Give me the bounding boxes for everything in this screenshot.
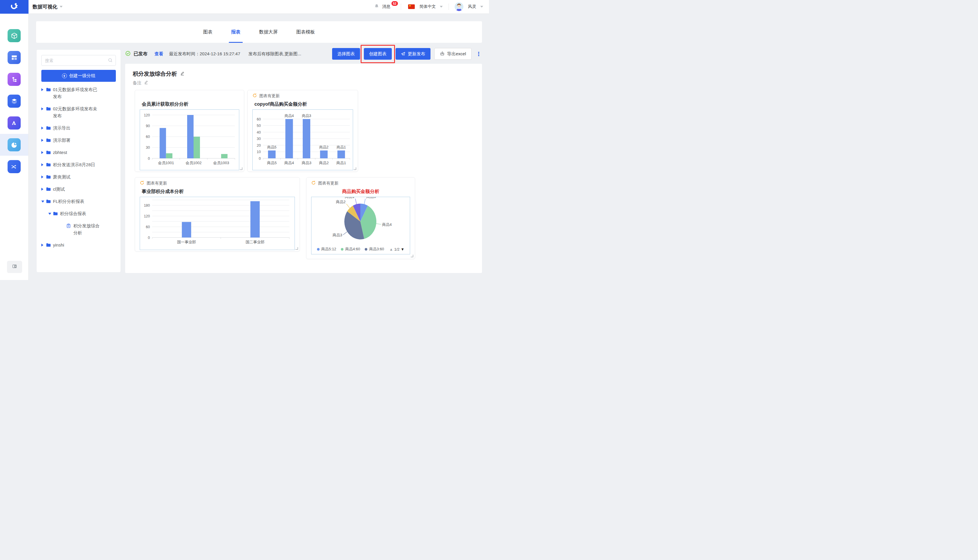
tree-item-积分发送演示8月28日[interactable]: 积分发送演示8月28日 [41, 158, 116, 171]
legend-item[interactable]: 商品5:12 [317, 247, 336, 252]
tree-item-label: 01元数据多环境发布已发布 [53, 86, 97, 100]
page-title: 数据可视化 [33, 3, 57, 10]
caret-down-icon[interactable] [41, 198, 46, 203]
svg-text:30: 30 [257, 137, 261, 141]
tree-item-演示部署[interactable]: 演示部署 [41, 134, 116, 147]
language-selector[interactable]: 简体中文 [420, 4, 436, 9]
legend-item[interactable]: 商品3:60 [365, 247, 384, 252]
caret-right-icon[interactable] [41, 242, 46, 247]
tab-图表模板[interactable]: 图表模板 [296, 21, 315, 43]
svg-text:60: 60 [146, 225, 150, 229]
create-group-button[interactable]: 创建一级分组 [41, 70, 116, 82]
tree-item-萧炎测试[interactable]: 萧炎测试 [41, 171, 116, 183]
chart-card-member-points[interactable]: 会员累计获取积分分析 0306090120会员1001会员1002会员1003 [135, 90, 244, 172]
note-label: 备注 [133, 80, 142, 86]
update-publish-button[interactable]: 更新发布 [396, 48, 430, 60]
resize-handle[interactable] [354, 167, 356, 170]
tab-图表[interactable]: 图表 [203, 21, 212, 43]
bar-chart-copyof-purchase[interactable]: 0102030405060商品5商品4商品3商品2商品1商品5商品4商品3商品2… [252, 110, 353, 170]
annotation-red-box: 创建图表 [364, 48, 392, 60]
divider [401, 3, 401, 10]
resize-handle[interactable] [411, 255, 413, 257]
chevron-down-icon[interactable] [440, 6, 443, 8]
caret-right-icon[interactable] [41, 86, 46, 91]
gauge-logo-icon [10, 2, 18, 12]
caret-right-icon[interactable] [41, 125, 46, 130]
svg-text:商品4: 商品4 [284, 161, 294, 165]
divider [448, 3, 449, 10]
resize-handle[interactable] [240, 167, 242, 170]
select-chart-button[interactable]: 选择图表 [332, 48, 360, 60]
svg-text:商品5: 商品5 [267, 145, 277, 149]
tree-item-label: 演示导出 [53, 125, 70, 132]
tree-item-积分综合报表[interactable]: 积分综合报表 [41, 208, 116, 220]
edit-note-pencil-icon[interactable] [144, 80, 148, 86]
avatar[interactable] [455, 2, 463, 11]
tree-item-label: FL积分分析报表 [53, 198, 84, 205]
app-rail-item-flow-app-icon[interactable] [0, 68, 28, 90]
caret-right-icon[interactable] [41, 173, 46, 178]
app-rail-item-shuffle-app-icon[interactable] [0, 156, 28, 178]
bar-chart-division-cost[interactable]: 060120180国一事业部国二事业部 [140, 197, 295, 250]
legend-page-up-icon[interactable]: ▲ [390, 247, 393, 252]
svg-text:商品4: 商品4 [284, 114, 294, 118]
app-rail-item-ai-app-icon[interactable] [0, 112, 28, 134]
legend-page-down-icon[interactable]: ▼ [401, 247, 405, 252]
tab-报表[interactable]: 报表 [231, 21, 240, 43]
chevron-down-icon[interactable] [60, 6, 63, 8]
username[interactable]: 风灵 [468, 4, 476, 9]
create-chart-button[interactable]: 创建图表 [364, 48, 392, 60]
app-rail-item-dashboard-app-icon[interactable] [0, 47, 28, 68]
tree-item-02元数据多环境发布未发布[interactable]: 02元数据多环境发布未发布 [41, 103, 116, 122]
chart-card-copyof-purchase[interactable]: 图表有更新 copyof商品购买金额分析 0102030405060商品5商品4… [247, 90, 358, 172]
tree-item-label: 演示部署 [53, 137, 70, 144]
chart-card-purchase-pie[interactable]: 图表有更新 商品购买金额分析 商品5:12 商品4:60 商品3:60 ▲ 1/… [306, 177, 415, 259]
folder-icon [46, 198, 53, 205]
app-logo[interactable] [0, 0, 28, 14]
publish-note: 发布后有移除图表,更新图... [248, 51, 301, 57]
legend-item[interactable]: 商品4:60 [341, 247, 360, 252]
tree-item-演示导出[interactable]: 演示导出 [41, 122, 116, 134]
more-actions-button[interactable]: ⋮ [475, 51, 482, 57]
messages-link[interactable]: 消息 [382, 4, 390, 9]
cube-app-icon [8, 29, 21, 42]
tree-item-yinshi[interactable]: yinshi [41, 239, 116, 251]
export-excel-label: 导出excel [447, 51, 466, 57]
china-flag-icon: ★ [408, 4, 415, 9]
resize-handle[interactable] [295, 247, 298, 250]
app-rail-item-pie-app-icon[interactable] [0, 134, 28, 156]
folder-icon [46, 242, 53, 248]
caret-down-icon[interactable] [48, 210, 53, 215]
caret-right-icon[interactable] [41, 149, 46, 154]
caret-right-icon[interactable] [41, 137, 46, 142]
collapse-sidebar-button[interactable] [7, 261, 22, 273]
svg-text:0: 0 [148, 157, 150, 161]
tree-item-cl测试[interactable]: cl测试 [41, 183, 116, 195]
dashboard-app-icon [8, 51, 21, 64]
svg-text:90: 90 [146, 124, 150, 128]
pie-chart-purchase[interactable]: 商品5:12 商品4:60 商品3:60 ▲ 1/2 ▼ 商品5商品4商品3商品… [311, 197, 410, 254]
caret-right-icon[interactable] [41, 186, 46, 191]
notification-bell-icon[interactable] [374, 3, 379, 10]
app-rail-item-cube-app-icon[interactable] [0, 25, 28, 47]
view-link[interactable]: 查看 [155, 51, 163, 57]
tree-item-01元数据多环境发布已发布[interactable]: 01元数据多环境发布已发布 [41, 83, 116, 103]
app-rail-item-layers-app-icon[interactable] [0, 90, 28, 112]
report-title: 积分发放综合分析 [133, 70, 177, 78]
published-status: 已发布 [133, 51, 148, 57]
tree-item-zbhtest[interactable]: zbhtest [41, 147, 116, 158]
export-excel-button[interactable]: 导出excel [434, 48, 472, 60]
chart-card-division-cost[interactable]: 图表有更新 事业部积分成本分析 060120180国一事业部国二事业部 [135, 177, 300, 252]
tab-数据大屏[interactable]: 数据大屏 [259, 21, 278, 43]
bar-chart-member-points[interactable]: 0306090120会员1001会员1002会员1003 [140, 110, 239, 170]
svg-text:180: 180 [144, 203, 150, 208]
svg-text:商品4: 商品4 [382, 222, 392, 227]
search-input[interactable] [41, 55, 116, 66]
edit-title-pencil-icon[interactable] [180, 71, 185, 77]
caret-right-icon[interactable] [41, 105, 46, 110]
chevron-down-icon[interactable] [480, 6, 483, 8]
folder-icon [46, 105, 53, 112]
tree-item-积分发放综合分析[interactable]: 积分发放综合分析 [41, 220, 116, 239]
caret-right-icon[interactable] [41, 161, 46, 166]
tree-item-FL积分分析报表[interactable]: FL积分分析报表 [41, 195, 116, 208]
